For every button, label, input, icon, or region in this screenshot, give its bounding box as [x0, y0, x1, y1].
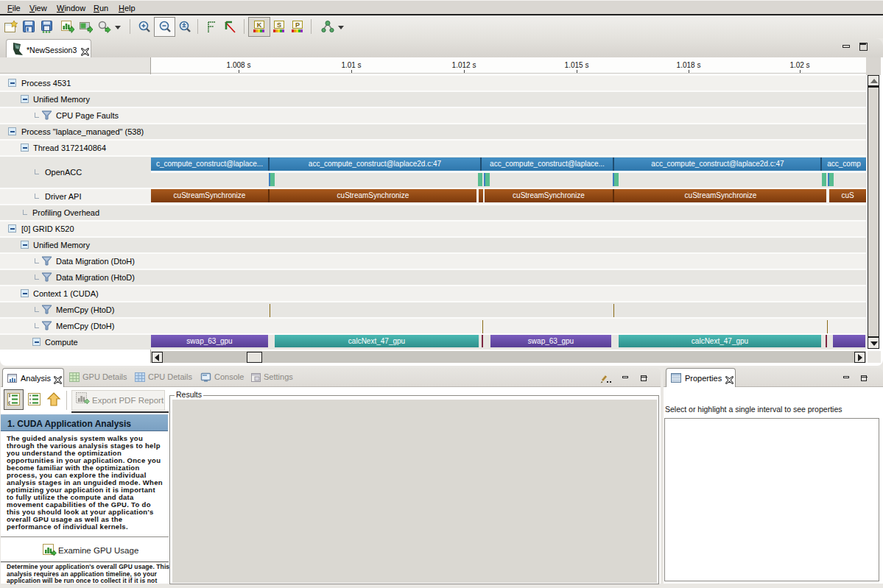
svg-text:P: P — [295, 21, 300, 29]
svg-text:S: S — [277, 21, 281, 29]
svg-text:K: K — [257, 21, 262, 29]
